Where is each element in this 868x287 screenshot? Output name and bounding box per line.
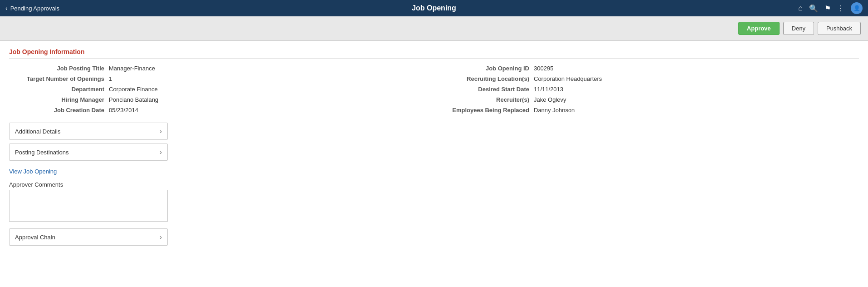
additional-details-header[interactable]: Additional Details ›	[10, 123, 167, 139]
info-row: Job Creation Date 05/23/2014	[9, 107, 434, 114]
info-grid: Job Posting Title Manager-Finance Target…	[9, 65, 859, 114]
field-label-hiring-manager: Hiring Manager	[9, 96, 109, 103]
home-icon[interactable]: ⌂	[798, 4, 803, 12]
info-row: Target Number of Openings 1	[9, 75, 434, 82]
info-left-column: Job Posting Title Manager-Finance Target…	[9, 65, 434, 114]
field-label-job-opening-id: Job Opening ID	[434, 65, 534, 72]
posting-destinations-header[interactable]: Posting Destinations ›	[10, 144, 167, 160]
info-right-column: Job Opening ID 300295 Recruiting Locatio…	[434, 65, 859, 114]
field-value-target-openings: 1	[109, 75, 112, 82]
nav-actions: ⌂ 🔍 ⚑ ⋮ 👤	[798, 2, 863, 14]
approve-button[interactable]: Approve	[738, 22, 780, 35]
sections-area: Additional Details › Posting Destination…	[9, 123, 859, 246]
info-row: Hiring Manager Ponciano Batalang	[9, 96, 434, 103]
field-label-desired-start-date: Desired Start Date	[434, 86, 534, 93]
deny-button[interactable]: Deny	[783, 22, 814, 35]
field-value-job-posting-title: Manager-Finance	[109, 65, 155, 72]
more-icon[interactable]: ⋮	[837, 4, 844, 13]
main-content: Job Opening Information Job Posting Titl…	[0, 41, 868, 287]
approval-chain-section: Approval Chain ›	[9, 228, 168, 246]
field-label-recruiter: Recruiter(s)	[434, 96, 534, 103]
approver-comments-label: Approver Comments	[9, 181, 859, 188]
additional-details-label: Additional Details	[15, 128, 60, 135]
field-value-desired-start-date: 11/11/2013	[534, 86, 563, 93]
field-value-recruiting-location: Corporation Headquarters	[534, 75, 602, 82]
field-value-job-creation-date: 05/23/2014	[109, 107, 138, 114]
field-value-recruiter: Jake Oglevy	[534, 96, 566, 103]
info-row: Employees Being Replaced Danny Johnson	[434, 107, 859, 114]
back-button[interactable]: ‹ Pending Approvals	[5, 5, 59, 12]
posting-destinations-section: Posting Destinations ›	[9, 144, 168, 161]
back-arrow-icon: ‹	[5, 5, 8, 12]
posting-destinations-chevron-icon: ›	[160, 148, 162, 156]
additional-details-chevron-icon: ›	[160, 128, 162, 135]
field-label-department: Department	[9, 86, 109, 93]
info-row: Desired Start Date 11/11/2013	[434, 86, 859, 93]
field-label-employees-replaced: Employees Being Replaced	[434, 107, 534, 114]
page-title: Job Opening	[412, 4, 456, 12]
approver-comments-textarea[interactable]	[9, 190, 168, 222]
field-label-job-creation-date: Job Creation Date	[9, 107, 109, 114]
approval-chain-chevron-icon: ›	[160, 233, 162, 241]
approval-chain-section-wrapper: Approval Chain ›	[9, 228, 859, 246]
section-title: Job Opening Information	[9, 48, 859, 59]
info-row: Job Posting Title Manager-Finance	[9, 65, 434, 72]
view-job-opening-link[interactable]: View Job Opening	[9, 168, 57, 175]
field-label-target-openings: Target Number of Openings	[9, 75, 109, 82]
field-value-employees-replaced: Danny Johnson	[534, 107, 575, 114]
back-label: Pending Approvals	[10, 5, 59, 12]
additional-details-section: Additional Details ›	[9, 123, 168, 140]
field-value-department: Corporate Finance	[109, 86, 158, 93]
approval-chain-header[interactable]: Approval Chain ›	[10, 229, 167, 245]
field-value-job-opening-id: 300295	[534, 65, 553, 72]
action-bar: Approve Deny Pushback	[0, 16, 868, 41]
pushback-button[interactable]: Pushback	[818, 22, 861, 35]
field-label-recruiting-location: Recruiting Location(s)	[434, 75, 534, 82]
posting-destinations-label: Posting Destinations	[15, 149, 69, 156]
info-row: Recruiting Location(s) Corporation Headq…	[434, 75, 859, 82]
info-row: Job Opening ID 300295	[434, 65, 859, 72]
field-label-job-posting-title: Job Posting Title	[9, 65, 109, 72]
approval-chain-label: Approval Chain	[15, 234, 55, 241]
top-nav: ‹ Pending Approvals Job Opening ⌂ 🔍 ⚑ ⋮ …	[0, 0, 868, 16]
search-icon[interactable]: 🔍	[809, 4, 818, 13]
flag-icon[interactable]: ⚑	[824, 4, 831, 13]
info-row: Recruiter(s) Jake Oglevy	[434, 96, 859, 103]
approver-comments-container: Approver Comments	[9, 181, 859, 223]
field-value-hiring-manager: Ponciano Batalang	[109, 96, 158, 103]
avatar[interactable]: 👤	[851, 2, 863, 14]
info-row: Department Corporate Finance	[9, 86, 434, 93]
